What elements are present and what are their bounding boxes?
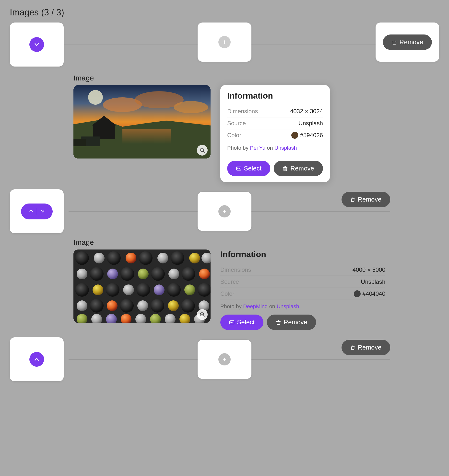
chevron-down-icon xyxy=(34,42,39,47)
svg-line-78 xyxy=(203,316,204,317)
add-icon-bottom: + xyxy=(218,353,231,365)
add-card-mid[interactable]: + xyxy=(198,192,251,231)
svg-line-18 xyxy=(203,151,204,152)
select-button-1[interactable]: Select xyxy=(227,161,270,176)
info-title-1: Information xyxy=(227,91,323,101)
remove-button-bottom[interactable]: Remove xyxy=(342,340,390,355)
info-popup-1: Information Dimensions 4032 × 3024 Sourc… xyxy=(220,85,330,182)
add-icon-mid: + xyxy=(218,205,231,217)
svg-point-43 xyxy=(107,269,118,279)
svg-point-45 xyxy=(138,269,149,279)
image-block-2: Image xyxy=(10,238,439,330)
source-value-1: Unsplash xyxy=(298,120,323,127)
collapse-button-3[interactable] xyxy=(29,352,44,367)
select-button-1-label: Select xyxy=(244,165,261,172)
color-value-1: #594026 xyxy=(291,132,323,139)
svg-point-34 xyxy=(107,251,121,265)
source-value-2: Unsplash xyxy=(361,278,385,285)
zoom-icon-1 xyxy=(200,147,205,153)
svg-point-62 xyxy=(120,299,134,313)
add-card-top[interactable]: + xyxy=(198,23,251,62)
photo-credit-2: Photo by DeepMind on Unsplash xyxy=(220,303,385,310)
zoom-button-1[interactable] xyxy=(197,145,208,156)
color-label-2: Color xyxy=(220,290,234,297)
svg-point-44 xyxy=(120,267,134,281)
svg-point-60 xyxy=(90,299,104,313)
svg-point-50 xyxy=(75,283,89,297)
remove-button-top[interactable]: Remove xyxy=(383,34,432,50)
info-row-source-1: Source Unsplash xyxy=(227,117,323,129)
svg-point-49 xyxy=(199,269,210,279)
remove-button-top-label: Remove xyxy=(400,38,423,46)
svg-point-61 xyxy=(107,300,118,311)
image-2-content: Information Dimensions 4000 × 5000 Sourc… xyxy=(73,249,385,330)
add-card-bottom[interactable]: + xyxy=(198,340,251,379)
svg-point-66 xyxy=(181,299,195,313)
info-panel-2: Information Dimensions 4000 × 5000 Sourc… xyxy=(220,249,385,330)
zoom-button-2[interactable] xyxy=(197,309,208,320)
reorder-button-2[interactable] xyxy=(21,204,53,219)
image-2-preview xyxy=(73,249,211,323)
svg-point-52 xyxy=(106,283,119,297)
info-row-dimensions-1: Dimensions 4032 × 3024 xyxy=(227,105,323,117)
svg-point-64 xyxy=(151,299,164,313)
image-1-center: Image xyxy=(69,74,390,182)
trash-icon-mid xyxy=(350,197,355,202)
remove-button-bottom-label: Remove xyxy=(358,344,381,351)
svg-rect-83 xyxy=(277,321,280,325)
image-1-preview xyxy=(73,85,211,159)
image-1-control-card xyxy=(10,23,64,67)
dimensions-value-1: 4032 × 3024 xyxy=(290,108,323,115)
select-button-2[interactable]: Select xyxy=(220,315,263,330)
trash-icon-1 xyxy=(283,166,288,171)
trash-icon xyxy=(392,39,397,45)
image-1-label: Image xyxy=(73,74,385,82)
svg-rect-28 xyxy=(352,199,354,202)
svg-point-6 xyxy=(88,90,103,105)
chevron-down-icon xyxy=(37,206,48,216)
svg-rect-0 xyxy=(393,41,396,44)
sunset-svg xyxy=(73,85,211,159)
remove-button-2-label: Remove xyxy=(284,318,307,326)
platform-link-1[interactable]: Unsplash xyxy=(274,145,297,151)
info-title-2: Information xyxy=(220,249,385,259)
top-control-row: + Remove xyxy=(10,23,439,67)
svg-point-46 xyxy=(151,267,165,281)
bubbles-container xyxy=(73,249,211,323)
remove-button-1[interactable]: Remove xyxy=(274,161,323,176)
trash-icon-2 xyxy=(276,320,281,325)
remove-card-top: Remove xyxy=(376,23,439,62)
trash-icon-bottom xyxy=(350,345,355,350)
svg-point-47 xyxy=(168,269,179,279)
zoom-icon-2 xyxy=(200,312,205,317)
info-row-dimensions-2: Dimensions 4000 × 5000 xyxy=(220,264,385,276)
author-link-1[interactable]: Pei Yu xyxy=(250,145,265,151)
remove-button-2[interactable]: Remove xyxy=(267,315,316,330)
svg-point-36 xyxy=(139,251,153,265)
image-2-center: Image xyxy=(69,238,390,330)
remove-button-1-label: Remove xyxy=(290,165,314,172)
add-icon-top: + xyxy=(218,36,231,48)
svg-point-59 xyxy=(77,300,87,311)
svg-point-39 xyxy=(189,253,200,263)
sunset-image xyxy=(73,85,211,159)
image-3-control-card xyxy=(10,337,64,381)
info-row-color-1: Color #594026 xyxy=(227,129,323,141)
platform-link-2[interactable]: Unsplash xyxy=(277,303,299,309)
svg-point-53 xyxy=(123,284,134,295)
svg-rect-16 xyxy=(73,139,86,146)
collapse-button-1[interactable] xyxy=(29,37,44,52)
action-buttons-2: Select Remove xyxy=(220,315,385,330)
color-swatch-2 xyxy=(354,290,361,297)
color-label-1: Color xyxy=(227,132,241,139)
dimensions-value-2: 4000 × 5000 xyxy=(353,266,385,273)
svg-rect-23 xyxy=(284,168,287,171)
author-link-2[interactable]: DeepMind xyxy=(243,303,268,309)
svg-point-51 xyxy=(93,284,103,295)
remove-button-mid-label: Remove xyxy=(358,196,381,203)
dimensions-label-1: Dimensions xyxy=(227,108,258,115)
info-row-color-2: Color #404040 xyxy=(220,288,385,300)
remove-button-mid[interactable]: Remove xyxy=(342,192,390,207)
action-buttons-1: Select Remove xyxy=(227,161,323,176)
page-wrapper: Images (3 / 3) + xyxy=(0,0,449,389)
